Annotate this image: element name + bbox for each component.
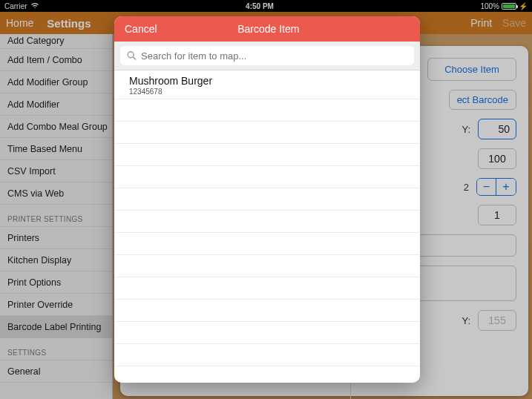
sidebar-item-label: Barcode Label Printing (7, 322, 101, 332)
list-item (114, 255, 420, 277)
battery-icon (502, 3, 516, 10)
sidebar-item-add-combo-meal-group[interactable]: Add Combo Meal Group (0, 116, 112, 138)
sidebar-item-label: Printer Override (7, 300, 73, 310)
sidebar-item-time-based-menu[interactable]: Time Based Menu (0, 138, 112, 160)
stepper-minus-button[interactable]: − (477, 179, 496, 195)
save-button: Save (502, 17, 526, 29)
list-item (114, 122, 420, 144)
clock-label: 4:50 PM (39, 2, 481, 10)
settings-title: Settings (47, 17, 91, 30)
sidebar-item-csv-import[interactable]: CSV Import (0, 160, 112, 182)
val-1-input[interactable] (478, 205, 516, 225)
print-button[interactable]: Print (470, 17, 492, 29)
sidebar-item-label: Printers (7, 233, 39, 243)
sidebar-item-add-modifier-group[interactable]: Add Modifier Group (0, 71, 112, 93)
sidebar-item-label: Add Item / Combo (7, 55, 82, 65)
y1-input[interactable] (478, 119, 516, 139)
modal-title: Barcode Item (128, 23, 410, 35)
search-input[interactable] (120, 46, 414, 65)
list-item (114, 211, 420, 233)
sidebar-item-print-options[interactable]: Print Options (0, 271, 112, 294)
sidebar-item-label: CSV Import (7, 166, 56, 177)
carrier-label: Carrier (4, 2, 27, 10)
battery-pct-label: 100% (480, 2, 499, 10)
svg-line-1 (133, 57, 136, 60)
sidebar-item-label: CMS via Web (7, 188, 64, 199)
charging-icon: ⚡ (519, 2, 528, 10)
item-name-label: Mushroom Burger (129, 75, 405, 87)
val-100-input[interactable] (478, 148, 516, 169)
search-icon (127, 51, 137, 61)
sidebar-item-label: Add Modifier (7, 99, 59, 110)
list-item (114, 277, 420, 300)
sidebar-item-barcode-label-printing[interactable]: Barcode Label Printing (0, 316, 112, 338)
sidebar-item-label: Add Modifier Group (7, 77, 88, 88)
sidebar-section-printer: PRINTER SETTINGS (0, 205, 112, 227)
list-item (114, 144, 420, 166)
sidebar: Add Category Add Item / Combo Add Modifi… (0, 34, 113, 399)
svg-point-0 (128, 52, 134, 58)
list-item (114, 344, 420, 366)
barcode-item-modal: Cancel Barcode Item Mushroom Burger 1234… (114, 16, 420, 383)
list-item (114, 188, 420, 211)
y2-input[interactable] (478, 310, 516, 331)
y2-label: Y: (462, 315, 470, 326)
sidebar-item-general[interactable]: General (0, 360, 112, 383)
choose-item-button[interactable]: Choose Item (427, 58, 516, 81)
list-item (114, 166, 420, 188)
sidebar-item-label: Add Category (7, 36, 64, 46)
sidebar-item-kitchen-display[interactable]: Kitchen Display (0, 249, 112, 271)
stepper-trailing-char: 2 (464, 182, 469, 193)
sidebar-section-settings: SETTINGS (0, 338, 112, 360)
list-item (114, 322, 420, 344)
sidebar-item-label: Kitchen Display (7, 255, 71, 266)
list-item[interactable]: Mushroom Burger 12345678 (114, 70, 420, 99)
modal-list[interactable]: Mushroom Burger 12345678 (114, 70, 420, 383)
modal-header: Cancel Barcode Item (114, 16, 420, 42)
sidebar-item-label: General (7, 366, 40, 377)
sidebar-item-cms-via-web[interactable]: CMS via Web (0, 182, 112, 205)
sidebar-item-printers[interactable]: Printers (0, 227, 112, 249)
list-item (114, 99, 420, 122)
select-barcode-button[interactable]: ect Barcode (449, 90, 516, 110)
sidebar-item-add-modifier[interactable]: Add Modifier (0, 93, 112, 116)
sidebar-item-label: Add Combo Meal Group (7, 122, 108, 132)
sidebar-item-add-item-combo[interactable]: Add Item / Combo (0, 49, 112, 71)
sidebar-item-label: Print Options (7, 277, 61, 288)
stepper-plus-button[interactable]: + (496, 179, 516, 195)
list-item (114, 233, 420, 255)
quantity-stepper[interactable]: − + (476, 178, 516, 196)
sidebar-item-add-category[interactable]: Add Category (0, 34, 112, 49)
sidebar-item-label: Time Based Menu (7, 144, 82, 154)
y1-label: Y: (462, 124, 470, 135)
home-button[interactable]: Home (6, 17, 33, 29)
status-bar: Carrier 4:50 PM 100% ⚡ (0, 0, 532, 12)
sidebar-item-printer-override[interactable]: Printer Override (0, 294, 112, 316)
wifi-icon (30, 2, 39, 10)
list-item (114, 300, 420, 322)
item-code-label: 12345678 (129, 88, 405, 96)
